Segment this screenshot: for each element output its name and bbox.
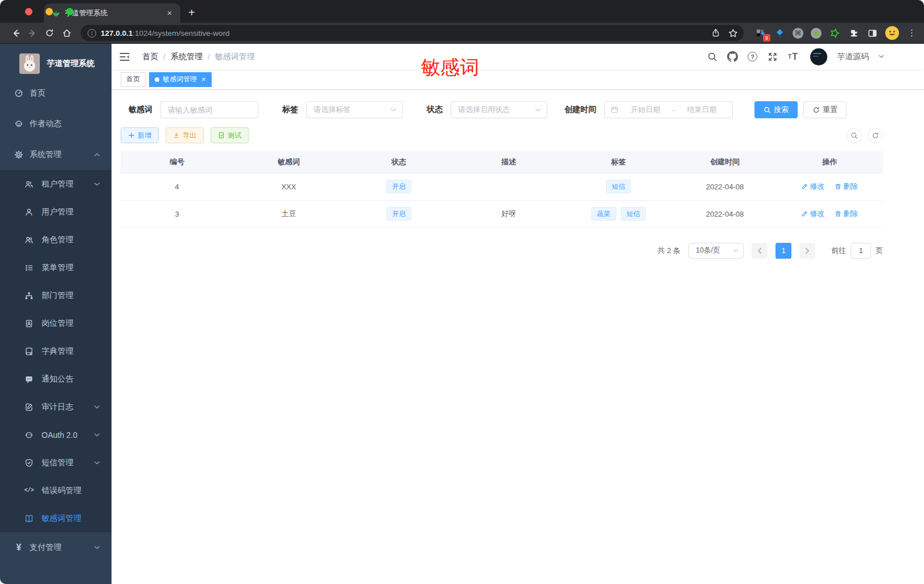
- cell-description: [454, 173, 564, 200]
- sidebar-item-menu[interactable]: 菜单管理: [0, 254, 112, 281]
- extensions-puzzle-icon[interactable]: [848, 27, 859, 39]
- search-icon: [764, 106, 771, 114]
- search-icon[interactable]: [707, 51, 717, 62]
- reset-button[interactable]: 重置: [803, 101, 847, 118]
- tab-close-icon[interactable]: ×: [201, 75, 206, 84]
- breadcrumb-system[interactable]: 系统管理: [171, 52, 203, 62]
- green-star-extension-icon[interactable]: [829, 27, 840, 39]
- breadcrumb-home[interactable]: 首页: [142, 52, 158, 62]
- menu-tree-icon: [24, 263, 34, 272]
- site-info-icon[interactable]: i: [88, 29, 96, 38]
- oauth-icon: [24, 430, 34, 440]
- sidebar-item-label: OAuth 2.0: [42, 430, 77, 440]
- sidebar-item-dept[interactable]: 部门管理: [0, 281, 112, 309]
- page-number-button[interactable]: 1: [776, 243, 791, 259]
- col-actions: 操作: [776, 151, 883, 173]
- sidebar-item-label: 用户管理: [42, 207, 73, 217]
- help-icon[interactable]: ?: [748, 52, 757, 61]
- url-bar[interactable]: i 127.0.0.1:1024/system/sensitive-word: [81, 25, 744, 41]
- sidebar-item-dict[interactable]: 字典管理: [0, 337, 112, 365]
- cell-word: XXX: [233, 173, 344, 200]
- edit-link[interactable]: 修改: [801, 181, 824, 192]
- browser-menu-icon[interactable]: ⋮: [908, 28, 916, 38]
- cell-id: 4: [121, 173, 233, 200]
- tab-home[interactable]: 首页: [121, 72, 146, 87]
- sidebar-item-home[interactable]: 首页: [0, 78, 112, 109]
- trash-icon: [835, 210, 842, 217]
- delete-link[interactable]: 删除: [835, 209, 858, 219]
- edit-pencil-icon: [801, 183, 808, 190]
- back-button[interactable]: [8, 26, 23, 40]
- sidebar-logo[interactable]: 芋道管理系统: [0, 49, 112, 78]
- reload-button[interactable]: [42, 26, 57, 40]
- recorder-extension-icon[interactable]: [811, 28, 822, 39]
- fullscreen-icon[interactable]: [767, 51, 778, 62]
- sidebar-item-pay[interactable]: ¥ 支付管理: [0, 532, 112, 563]
- chevron-up-icon: [94, 153, 100, 157]
- user-avatar[interactable]: [810, 48, 827, 65]
- tab-sensitive-word[interactable]: 敏感词管理×: [149, 72, 212, 87]
- sidebar-item-system[interactable]: 系统管理: [0, 139, 112, 170]
- toggle-search-button[interactable]: [847, 128, 862, 143]
- edit-link[interactable]: 修改: [801, 209, 824, 219]
- status-select[interactable]: 请选择启用状态: [451, 101, 547, 118]
- font-size-icon[interactable]: TT: [787, 51, 798, 62]
- cell-status: 开启: [344, 200, 454, 227]
- date-range-picker[interactable]: 开始日期 - 结束日期: [604, 101, 733, 118]
- username[interactable]: 芋道源码: [837, 52, 869, 62]
- sidebar-collapse-icon[interactable]: [118, 51, 131, 63]
- sidebar-item-sensitive-word[interactable]: 敏感词管理: [0, 504, 112, 532]
- breadcrumb: 首页 / 系统管理 / 敏感词管理: [142, 52, 255, 62]
- side-panel-icon[interactable]: [867, 27, 878, 39]
- org-icon: [24, 291, 34, 300]
- post-icon: [24, 319, 34, 328]
- extension-badge-icon[interactable]: 9: [755, 27, 766, 39]
- sidebar-item-author-news[interactable]: 作者动态: [0, 109, 112, 139]
- github-icon[interactable]: [727, 51, 738, 62]
- tab-close-icon[interactable]: ×: [164, 8, 175, 18]
- sidebar-item-label: 错误码管理: [42, 486, 81, 496]
- date-separator: -: [673, 106, 675, 114]
- test-button[interactable]: 测试: [211, 127, 249, 143]
- close-window-button[interactable]: [25, 8, 32, 15]
- kite-extension-icon[interactable]: [774, 27, 785, 39]
- prev-page-button[interactable]: [752, 243, 768, 259]
- delete-link[interactable]: 删除: [835, 181, 858, 192]
- chevron-down-icon: [94, 461, 100, 465]
- tag-select[interactable]: 请选择标签: [306, 101, 403, 118]
- refresh-icon: [872, 132, 879, 139]
- notice-icon: [24, 375, 34, 384]
- sidebar-item-label: 租户管理: [42, 179, 73, 189]
- sidebar-item-notice[interactable]: 通知公告: [0, 365, 112, 393]
- home-button[interactable]: [59, 26, 74, 40]
- user-menu-caret-icon[interactable]: [878, 55, 884, 59]
- dict-icon: [24, 347, 34, 356]
- col-description: 描述: [454, 151, 564, 173]
- sidebar-item-tenant[interactable]: 租户管理: [0, 170, 112, 198]
- page-size-select[interactable]: 10条/页: [688, 243, 744, 259]
- new-tab-button[interactable]: +: [188, 6, 195, 19]
- sidebar-item-user[interactable]: 用户管理: [0, 198, 112, 226]
- bookmark-star-icon[interactable]: [728, 28, 738, 38]
- command-extension-icon[interactable]: ⌘: [793, 28, 803, 39]
- sidebar-item-sms[interactable]: 短信管理: [0, 449, 112, 477]
- refresh-table-button[interactable]: [868, 128, 883, 143]
- sidebar-item-audit-log[interactable]: 审计日志: [0, 393, 112, 421]
- sidebar-item-role[interactable]: 角色管理: [0, 226, 112, 254]
- add-button[interactable]: 新增: [121, 127, 159, 143]
- next-page-button[interactable]: [799, 243, 815, 259]
- zoom-window-button[interactable]: [66, 8, 73, 15]
- export-button[interactable]: 导出: [166, 127, 204, 143]
- profile-avatar-icon[interactable]: [885, 26, 899, 40]
- goto-page-input[interactable]: [851, 243, 871, 259]
- share-icon[interactable]: [711, 28, 720, 38]
- keyword-input[interactable]: [160, 101, 258, 118]
- sidebar-item-post[interactable]: 岗位管理: [0, 309, 112, 337]
- download-icon: [173, 132, 180, 139]
- search-button[interactable]: 搜索: [754, 101, 798, 118]
- sidebar-item-label: 审计日志: [42, 402, 73, 412]
- minimize-window-button[interactable]: [46, 8, 53, 15]
- forward-button[interactable]: [25, 26, 40, 40]
- sidebar-item-error-code[interactable]: </> 错误码管理: [0, 477, 112, 504]
- sidebar-item-oauth[interactable]: OAuth 2.0: [0, 421, 112, 449]
